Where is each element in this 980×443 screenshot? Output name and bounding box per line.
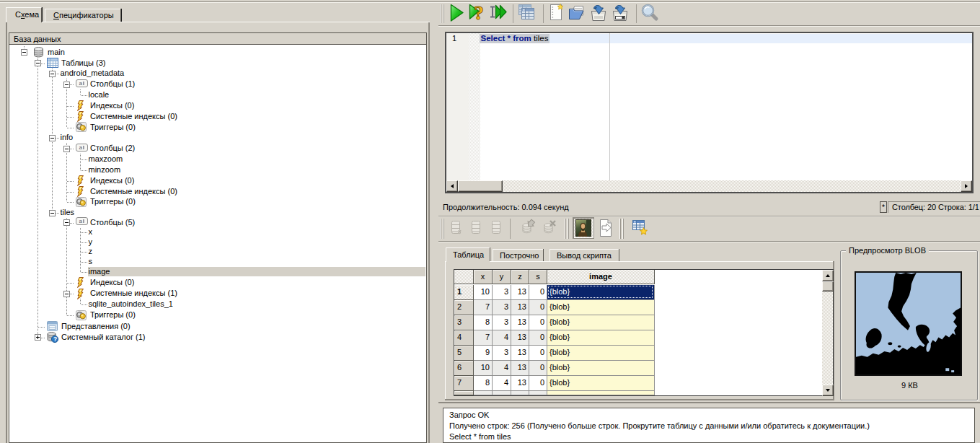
svg-text:?: ? [474, 3, 484, 23]
svg-text:a: a [79, 80, 83, 87]
svg-text:a: a [79, 218, 83, 224]
svg-text:?: ? [53, 335, 57, 343]
svg-text:a: a [79, 144, 83, 151]
